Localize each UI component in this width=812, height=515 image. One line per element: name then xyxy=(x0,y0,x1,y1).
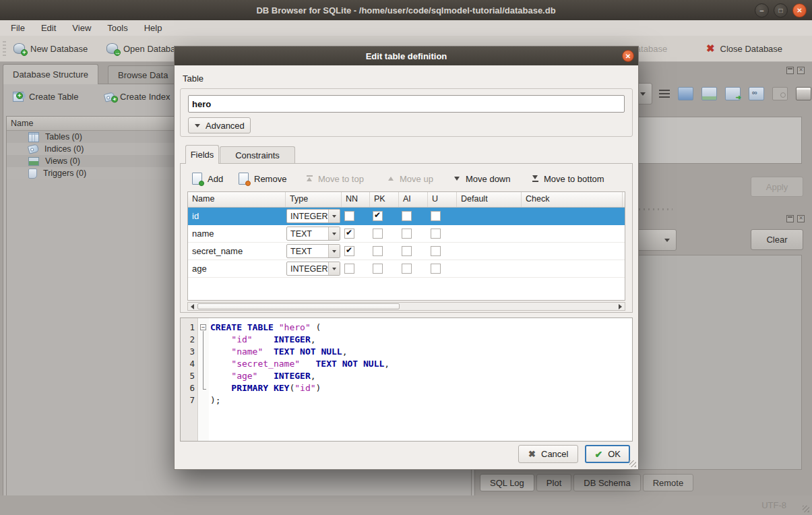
set-null-icon[interactable] xyxy=(772,87,788,100)
bottom-tab-db-schema[interactable]: DB Schema xyxy=(573,474,640,491)
field-row[interactable]: ageINTEGER xyxy=(188,260,625,278)
field-check-cell xyxy=(522,243,623,260)
type-combobox[interactable]: INTEGER xyxy=(286,262,340,276)
edit-cell-icon-group xyxy=(659,87,811,100)
ai-checkbox[interactable] xyxy=(402,264,412,274)
create-table-button[interactable]: Create Table xyxy=(13,92,78,102)
u-checkbox[interactable] xyxy=(431,264,441,274)
scroll-right-icon[interactable] xyxy=(616,303,625,310)
maximize-button[interactable] xyxy=(774,3,788,18)
menu-item-view[interactable]: View xyxy=(64,22,99,34)
bottom-tab-sql-log[interactable]: SQL Log xyxy=(480,474,534,491)
word-wrap-icon[interactable] xyxy=(659,90,670,98)
scroll-left-icon[interactable] xyxy=(188,303,197,310)
fold-marker[interactable] xyxy=(199,359,209,371)
field-pk-cell xyxy=(370,243,399,260)
toolbar-grip[interactable] xyxy=(3,41,6,57)
grid-column-header[interactable]: Default xyxy=(457,192,522,207)
u-checkbox[interactable] xyxy=(431,211,441,221)
add-field-button[interactable]: Add xyxy=(192,170,223,187)
move-down-button[interactable]: Move down xyxy=(454,170,510,187)
tab-constraints[interactable]: Constraints xyxy=(220,146,295,164)
field-row[interactable]: idINTEGER xyxy=(188,208,625,225)
dialog-title: Edit table definition xyxy=(366,51,447,61)
tab-fields[interactable]: Fields xyxy=(185,145,219,164)
float-dock-icon[interactable] xyxy=(786,215,794,222)
fold-marker[interactable] xyxy=(199,346,209,359)
grid-column-header[interactable]: U xyxy=(428,192,457,207)
pk-checkbox[interactable] xyxy=(373,246,383,256)
type-combobox[interactable]: TEXT xyxy=(286,226,340,241)
field-row[interactable]: nameTEXT xyxy=(188,225,625,243)
new-database-button[interactable]: New Database xyxy=(9,39,92,58)
grid-column-header[interactable]: AI xyxy=(399,192,428,207)
scrollbar-thumb[interactable] xyxy=(197,303,400,309)
move-to-bottom-button[interactable]: Move to bottom xyxy=(532,170,604,187)
ai-checkbox[interactable] xyxy=(402,246,412,256)
cancel-button[interactable]: ✖ Cancel xyxy=(518,445,578,463)
type-combobox[interactable]: TEXT xyxy=(286,244,340,258)
tab-browse-data[interactable]: Browse Data xyxy=(108,65,178,84)
field-pk-cell xyxy=(370,260,399,277)
fold-marker[interactable] xyxy=(199,395,209,407)
grid-column-header[interactable]: Name xyxy=(188,192,286,207)
print-icon[interactable] xyxy=(796,87,811,100)
import-icon[interactable] xyxy=(678,87,693,100)
menu-item-tools[interactable]: Tools xyxy=(99,22,135,34)
move-to-bottom-icon xyxy=(532,175,538,182)
field-row[interactable]: secret_nameTEXT xyxy=(188,243,625,260)
fold-marker[interactable] xyxy=(199,322,209,334)
grid-column-header[interactable]: NN xyxy=(342,192,370,207)
dock-splitter-handle[interactable] xyxy=(639,208,673,210)
pk-checkbox[interactable] xyxy=(373,229,383,239)
nn-checkbox[interactable] xyxy=(344,229,354,239)
type-combobox[interactable]: INTEGER xyxy=(286,209,340,223)
grid-column-header[interactable]: Type xyxy=(286,192,342,207)
open-in-external-icon[interactable] xyxy=(725,87,741,100)
float-dock-icon[interactable] xyxy=(786,67,794,74)
u-checkbox[interactable] xyxy=(431,246,441,256)
fold-marker[interactable] xyxy=(199,334,209,346)
nn-checkbox[interactable] xyxy=(344,246,354,256)
nn-checkbox[interactable] xyxy=(344,211,354,221)
tab-database-structure[interactable]: Database Structure xyxy=(3,64,98,84)
field-ai-cell xyxy=(399,208,428,224)
minimize-button[interactable] xyxy=(755,3,769,18)
grid-column-header[interactable]: Check xyxy=(522,192,623,207)
link-icon[interactable] xyxy=(749,87,764,100)
grid-column-header[interactable]: PK xyxy=(370,192,399,207)
bottom-tab-remote[interactable]: Remote xyxy=(643,474,694,491)
ai-checkbox[interactable] xyxy=(402,229,412,239)
close-window-button[interactable] xyxy=(792,3,807,18)
pk-checkbox[interactable] xyxy=(373,211,383,221)
clear-log-button[interactable]: Clear xyxy=(751,229,803,250)
close-database-button[interactable]: ✖ Close Database xyxy=(702,39,786,58)
close-dock-icon[interactable] xyxy=(797,67,805,74)
new-database-icon xyxy=(13,43,25,54)
dialog-close-button[interactable] xyxy=(622,50,634,62)
fold-marker[interactable] xyxy=(199,383,209,395)
remove-field-button[interactable]: Remove xyxy=(239,170,286,187)
ok-button[interactable]: ✔ OK xyxy=(585,445,630,463)
add-icon xyxy=(192,173,202,185)
dialog-titlebar[interactable]: Edit table definition xyxy=(175,47,638,65)
dialog-resize-grip[interactable] xyxy=(629,460,636,467)
create-index-button[interactable]: Create Index xyxy=(104,92,170,102)
sql-preview-editor[interactable]: 1234567 CREATE TABLE "hero" ( "id" INTEG… xyxy=(180,317,633,442)
bottom-tab-plot[interactable]: Plot xyxy=(536,474,571,491)
fold-marker[interactable] xyxy=(199,371,209,383)
nn-checkbox[interactable] xyxy=(344,264,354,274)
pk-checkbox[interactable] xyxy=(373,264,383,274)
close-dock-icon[interactable] xyxy=(797,215,805,222)
advanced-toggle-button[interactable]: Advanced xyxy=(188,117,251,133)
export-icon[interactable] xyxy=(701,87,717,100)
fields-grid-hscrollbar[interactable] xyxy=(187,302,625,311)
menu-item-file[interactable]: File xyxy=(3,22,33,34)
sql-line: CREATE TABLE "hero" ( xyxy=(210,322,632,334)
window-resize-grip[interactable] xyxy=(803,506,809,512)
menu-item-help[interactable]: Help xyxy=(136,22,170,34)
menu-item-edit[interactable]: Edit xyxy=(33,22,64,34)
ai-checkbox[interactable] xyxy=(402,211,412,221)
table-name-input[interactable] xyxy=(188,95,625,113)
u-checkbox[interactable] xyxy=(431,229,441,239)
